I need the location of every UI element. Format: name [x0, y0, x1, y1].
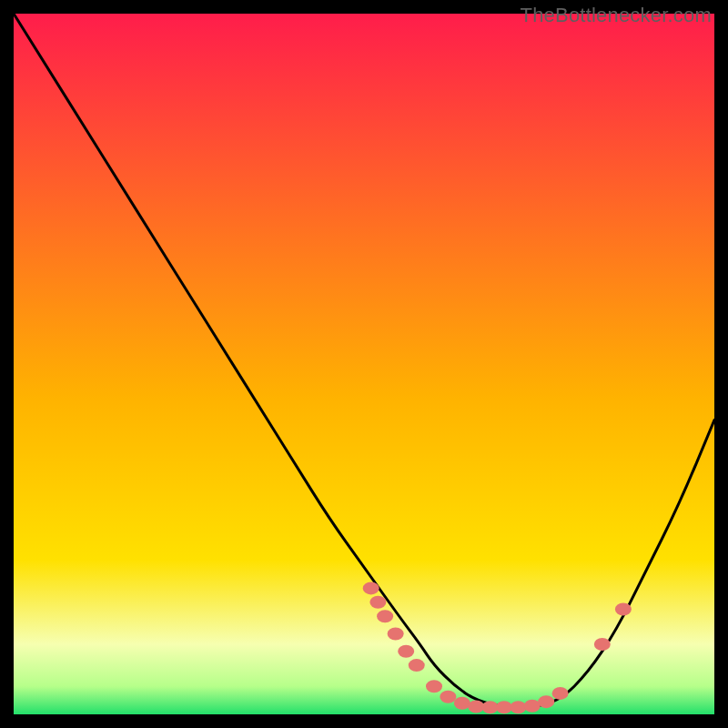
data-marker [363, 581, 379, 594]
data-marker [594, 638, 611, 651]
chart-frame [14, 14, 714, 714]
gradient-background [14, 14, 714, 714]
data-marker [440, 691, 456, 703]
data-marker [482, 701, 499, 713]
data-marker [454, 697, 470, 710]
data-marker [496, 701, 512, 713]
data-marker [468, 701, 484, 713]
watermark-text: TheBottlenecker.com [521, 4, 712, 27]
data-marker [377, 610, 393, 622]
data-marker [388, 627, 404, 640]
data-marker [510, 701, 526, 713]
data-marker [538, 695, 554, 708]
data-marker [524, 700, 541, 713]
data-marker [369, 596, 386, 609]
data-marker [615, 603, 632, 616]
bottleneck-chart [14, 14, 714, 714]
data-marker [398, 645, 414, 658]
data-marker [409, 659, 425, 672]
data-marker [426, 680, 442, 693]
data-marker [552, 687, 569, 700]
